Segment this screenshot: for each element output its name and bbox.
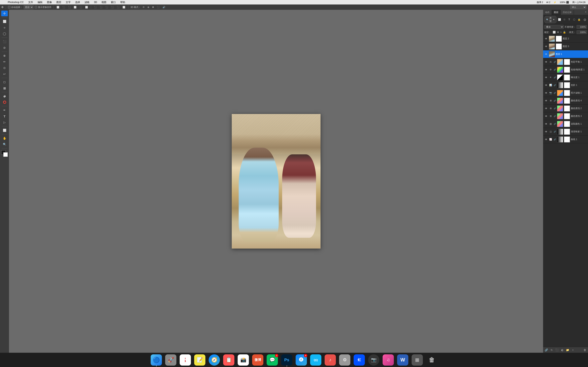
menu-bar: Photoshop CC 文件 编辑 图像 图层 文字 选择 滤镜 3D 视图 …	[0, 0, 294, 4]
tool-separator-5	[2, 92, 7, 92]
figure-left	[239, 148, 279, 184]
zoom-tool-btn[interactable]: 🔍	[1, 142, 8, 147]
3d-mode-label: 3D 模式：	[130, 6, 141, 9]
align-btn-5[interactable]: ⬛	[79, 6, 83, 9]
tool-separator-1	[2, 17, 7, 17]
tool-separator-9	[2, 148, 7, 149]
auto-select-label-text: 自动选择：	[11, 6, 22, 9]
menu-view[interactable]: 视图	[101, 1, 107, 4]
toolbar-separator-2	[53, 5, 54, 9]
background-color[interactable]	[3, 152, 8, 157]
menu-type[interactable]: 文字	[65, 1, 71, 4]
tool-panel: ✜ ⬜ ⌾ ◯ ⬛ ⊘ ⊕ ✏ ⊙ ↩ ◻ ▦ ◕ ⭕ ✒ T ▷ ⬜ ✋ 🔍	[0, 10, 9, 184]
eraser-tool-btn[interactable]: ◻	[1, 79, 8, 85]
brush-tool-btn[interactable]: ✏	[1, 59, 8, 65]
blur-tool-btn[interactable]: ◕	[1, 93, 8, 99]
quick-select-tool-btn[interactable]: ◯	[1, 31, 8, 36]
3d-btn-2[interactable]: ⊕	[147, 6, 150, 9]
tool-separator-4	[2, 78, 7, 78]
distribute-btn-6[interactable]: ⬜	[122, 6, 126, 9]
distribute-btn-1[interactable]: ⬛	[93, 6, 98, 9]
canvas-area	[9, 10, 294, 184]
app-name[interactable]: Photoshop CC	[7, 1, 25, 4]
clone-tool-btn[interactable]: ⊙	[1, 65, 8, 71]
align-btn-6[interactable]: ⬜	[84, 6, 89, 9]
distribute-btn-5[interactable]: ⬛	[116, 6, 121, 9]
auto-select-control[interactable]: 自动选择：	[8, 6, 22, 9]
healing-tool-btn[interactable]: ⊕	[1, 53, 8, 58]
pen-tool-btn[interactable]: ✒	[1, 107, 8, 113]
text-tool-btn[interactable]: T	[1, 113, 8, 119]
toolbar-separator-4	[128, 5, 129, 9]
distribute-btn-4[interactable]: ⬛	[110, 6, 115, 9]
show-transform-checkbox[interactable]	[35, 6, 37, 8]
figure-right	[282, 154, 294, 184]
menu-file[interactable]: 文件	[27, 1, 34, 4]
menu-edit[interactable]: 编辑	[37, 1, 43, 4]
3d-btn-3[interactable]: ✥	[151, 6, 155, 9]
tool-separator-7	[2, 126, 7, 126]
lasso-tool-btn[interactable]: ⌾	[1, 25, 8, 30]
marquee-tool-btn[interactable]: ⬜	[1, 18, 8, 24]
color-swatch[interactable]	[1, 150, 8, 157]
crop-tool-btn[interactable]: ⬛	[1, 39, 8, 44]
show-transform-label: 显示变换控件	[38, 6, 52, 9]
gradient-tool-btn[interactable]: ▦	[1, 85, 8, 91]
tool-separator-8	[2, 134, 7, 134]
hand-tool-btn[interactable]: ✋	[1, 135, 8, 141]
menu-help[interactable]: 帮助	[120, 1, 126, 4]
tool-separator-6	[2, 106, 7, 106]
align-btn-1[interactable]: ⬜	[56, 6, 60, 9]
distribute-btn-2[interactable]: ⬛	[99, 6, 103, 9]
align-btn-4[interactable]: ⬜	[73, 6, 77, 9]
main-toolbar: ✜ 自动选择： 图层 显示变换控件 ⬜ ⬛ ⬛ ⬜ ⬛ ⬜ ⬛ ⬛ ⬛ ⬛ ⬛ …	[0, 4, 294, 10]
menu-layer[interactable]: 图层	[56, 1, 62, 4]
dodge-tool-btn[interactable]: ⭕	[1, 99, 8, 105]
history-brush-btn[interactable]: ↩	[1, 71, 8, 77]
move-tool-btn[interactable]: ✜	[1, 11, 8, 16]
path-select-btn[interactable]: ▷	[1, 119, 8, 125]
3d-btn-1[interactable]: ⟳	[142, 6, 145, 9]
align-btn-2[interactable]: ⬛	[61, 6, 66, 9]
3d-btn-5[interactable]: 🔊	[162, 6, 166, 9]
3d-btn-4[interactable]: ⬛	[156, 6, 160, 9]
menu-image[interactable]: 图像	[46, 1, 53, 4]
menu-window[interactable]: 窗口	[110, 1, 117, 4]
shape-tool-btn[interactable]: ⬜	[1, 127, 8, 133]
menu-filter[interactable]: 滤镜	[84, 1, 90, 4]
layer-select-dropdown[interactable]: 图层	[24, 5, 34, 9]
eyedropper-tool-btn[interactable]: ⊘	[1, 45, 8, 50]
auto-select-checkbox[interactable]	[8, 6, 10, 8]
toolbar-separator-3	[91, 5, 91, 9]
canvas-image[interactable]	[232, 114, 294, 184]
distribute-btn-3[interactable]: ⬛	[104, 6, 109, 9]
show-transform-control[interactable]: 显示变换控件	[35, 6, 52, 9]
menu-3d[interactable]: 3D	[93, 1, 98, 4]
align-btn-3[interactable]: ⬛	[67, 6, 72, 9]
move-tool-indicator: ✜	[1, 6, 4, 9]
menu-select[interactable]: 选择	[74, 1, 81, 4]
